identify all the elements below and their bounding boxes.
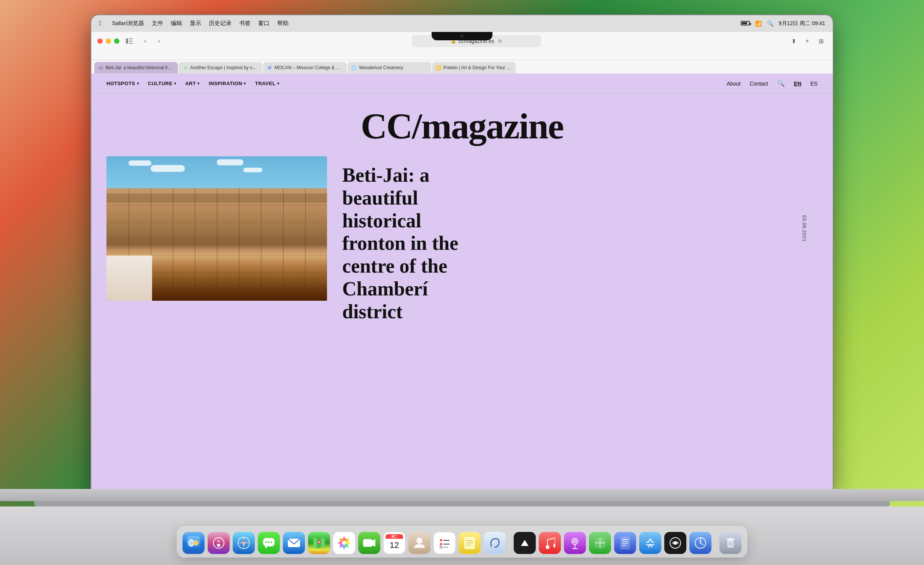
- dock-pages[interactable]: [614, 532, 636, 554]
- dock-calendar[interactable]: 周二 12: [383, 532, 405, 554]
- tab-4[interactable]: P Poketo | Art & Design For Your Every D…: [432, 62, 516, 73]
- tab-label-3: Wanderlust Creamery: [359, 65, 403, 70]
- article-date: 03.06.2021: [802, 215, 807, 242]
- dock-appstore[interactable]: [639, 532, 661, 554]
- svg-point-22: [271, 541, 272, 543]
- dock-chatgpt[interactable]: [664, 532, 686, 554]
- cloud-3: [217, 159, 243, 165]
- svg-marker-11: [217, 540, 220, 542]
- tab-2[interactable]: M MOCAN – Missouri College & Career Atta…: [263, 62, 347, 73]
- nav-right: About Contact 🔍 EN ES: [727, 80, 818, 87]
- menubar-edit[interactable]: 编辑: [171, 20, 182, 27]
- nav-culture[interactable]: CULTURE ▾: [148, 81, 176, 86]
- article-image: [106, 156, 327, 301]
- nav-art[interactable]: ART ▾: [185, 81, 200, 86]
- tab-favicon-2: M: [267, 65, 272, 70]
- col-4: [195, 188, 195, 301]
- svg-rect-0: [126, 38, 128, 44]
- svg-point-20: [265, 541, 267, 543]
- dock-mail[interactable]: [283, 532, 305, 554]
- svg-point-27: [318, 541, 320, 543]
- forward-button[interactable]: ›: [153, 36, 165, 46]
- col-8: [283, 188, 284, 301]
- cloud-1: [129, 160, 151, 166]
- menubar-bookmarks[interactable]: 书签: [239, 20, 251, 27]
- dock-separator-2: [715, 532, 716, 551]
- hotspots-chevron-icon: ▾: [137, 81, 139, 86]
- fullscreen-button[interactable]: [114, 38, 119, 44]
- clock: 9月12日 周二 09:41: [779, 20, 825, 27]
- tab-favicon-0: CC: [98, 65, 103, 70]
- svg-rect-3: [129, 43, 133, 44]
- tab-overview-button[interactable]: ⊞: [815, 36, 827, 46]
- share-button[interactable]: ⬆: [788, 36, 799, 46]
- col-3: [173, 188, 173, 301]
- nav-search-icon[interactable]: 🔍: [777, 80, 785, 87]
- dock-numbers[interactable]: [589, 532, 611, 554]
- new-tab-button[interactable]: +: [802, 36, 813, 46]
- dock-maps[interactable]: [308, 532, 330, 554]
- svg-rect-61: [620, 536, 630, 549]
- back-button[interactable]: ‹: [139, 36, 151, 46]
- dock-photos[interactable]: [333, 532, 355, 554]
- dock-trash[interactable]: [719, 532, 741, 554]
- dock-notes[interactable]: [459, 532, 481, 554]
- dock-container: 周二 12: [177, 526, 747, 557]
- lang-es[interactable]: ES: [810, 81, 818, 87]
- tab-label-2: MOCAN – Missouri College & Career Attain…: [275, 65, 343, 70]
- safari-nav-buttons: ‹ ›: [139, 36, 165, 46]
- dock-screentime[interactable]: [689, 532, 711, 554]
- svg-line-69: [700, 543, 703, 545]
- col-7: [261, 188, 262, 301]
- apple-menu[interactable]: : [99, 19, 102, 27]
- dock-safari[interactable]: [233, 532, 255, 554]
- nav-about[interactable]: About: [727, 81, 741, 87]
- tab-favicon-3: W: [351, 65, 357, 70]
- menubar-history[interactable]: 历史记录: [209, 20, 232, 27]
- dock-music[interactable]: [539, 532, 561, 554]
- dock-launchpad[interactable]: [208, 532, 230, 554]
- website-content: HOTSPOTS ▾ CULTURE ▾ ART ▾ INSPIRATION: [91, 74, 833, 489]
- dock-podcasts[interactable]: [564, 532, 586, 554]
- tab-0[interactable]: CC Beti-Jai: a beautiful historical fron…: [94, 62, 178, 73]
- nav-travel[interactable]: TRAVEL ▾: [255, 81, 279, 86]
- white-facade: [106, 256, 152, 301]
- dock-facetime[interactable]: [358, 532, 380, 554]
- svg-point-55: [575, 541, 576, 542]
- menubar-view[interactable]: 显示: [190, 20, 201, 27]
- menubar-window[interactable]: 窗口: [258, 20, 270, 27]
- dock: 周二 12: [177, 526, 747, 557]
- close-button[interactable]: [97, 38, 103, 44]
- svg-point-66: [674, 541, 677, 544]
- culture-chevron-icon: ▾: [174, 81, 176, 86]
- lang-en[interactable]: EN: [794, 81, 801, 87]
- nav-hotspots[interactable]: HOTSPOTS ▾: [106, 81, 139, 86]
- dock-appletv[interactable]: [514, 532, 536, 554]
- dock-finder[interactable]: [183, 532, 205, 554]
- magazine-title: CC/magazine: [361, 105, 564, 147]
- article-title[interactable]: Beti-Jai: a beautiful historical fronton…: [342, 164, 472, 323]
- menubar-file[interactable]: 文件: [152, 20, 163, 27]
- camera-notch: [432, 32, 492, 40]
- search-icon[interactable]: 🔍: [767, 21, 773, 27]
- nav-inspiration[interactable]: INSPIRATION ▾: [209, 81, 246, 86]
- article-text-area: Beti-Jai: a beautiful historical fronton…: [327, 156, 818, 301]
- menubar-safari[interactable]: Safari浏览器: [112, 20, 144, 27]
- dock-freeform[interactable]: [484, 532, 506, 554]
- menubar-help[interactable]: 帮助: [277, 20, 289, 27]
- svg-point-36: [342, 541, 346, 545]
- dock-messages[interactable]: [258, 532, 280, 554]
- dock-contacts[interactable]: [408, 532, 430, 554]
- refresh-icon[interactable]: ↻: [498, 38, 502, 44]
- nav-contact[interactable]: Contact: [750, 81, 768, 87]
- sidebar-toggle-button[interactable]: [124, 36, 135, 46]
- dock-reminders[interactable]: [433, 532, 456, 554]
- tab-3[interactable]: W Wanderlust Creamery: [348, 62, 431, 73]
- camera-dot: [460, 35, 464, 38]
- cloud-2: [151, 165, 185, 172]
- minimize-button[interactable]: [106, 38, 111, 44]
- website-hero: CC/magazine: [91, 94, 833, 156]
- tab-1[interactable]: ○ Another Escape | Inspired by nature: [179, 62, 262, 73]
- wifi-icon: 📶: [755, 21, 762, 27]
- svg-marker-38: [372, 539, 375, 547]
